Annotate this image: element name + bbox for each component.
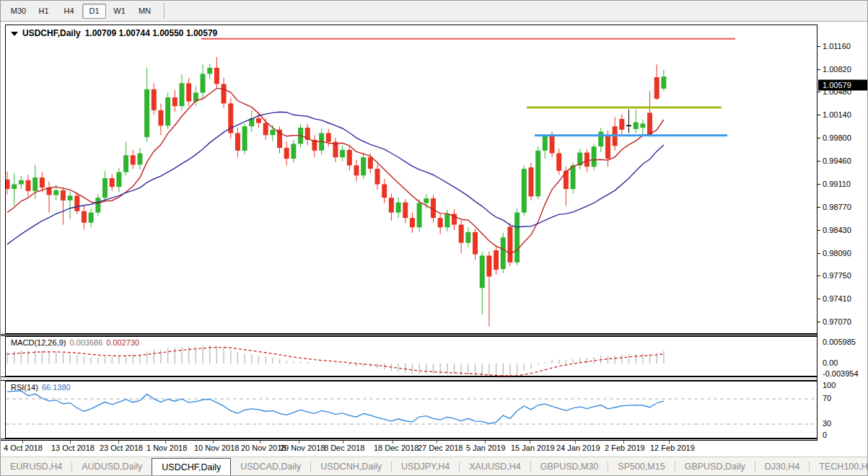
- price-axis-label: 1.00140: [823, 110, 851, 119]
- price-axis-tick: [817, 115, 820, 115]
- candle-body: [347, 150, 352, 165]
- candle-body: [95, 198, 100, 213]
- chart-tab-sp500-m15[interactable]: SP500,M15: [608, 457, 674, 475]
- candle-body: [270, 130, 275, 135]
- candle-body: [116, 172, 121, 188]
- date-axis-tick: [213, 441, 214, 444]
- price-axis-tick: [817, 299, 820, 299]
- candle-body: [53, 190, 58, 195]
- chart-tab-tech100-h1[interactable]: TECH100,H1: [810, 457, 868, 475]
- timeframe-button-h4[interactable]: H4: [57, 4, 81, 19]
- date-axis-tick: [118, 441, 119, 444]
- price-axis-label: 0.97410: [823, 294, 851, 303]
- price-axis-tick: [817, 207, 820, 208]
- candle-body: [368, 157, 373, 169]
- chart-tab-usdcad-daily[interactable]: USDCAD,Daily: [231, 457, 310, 475]
- chart-tab-dj30-h4[interactable]: DJ30,H4: [755, 457, 810, 475]
- ohlc-close: 1.00579: [186, 28, 217, 38]
- price-axis-tick: [817, 138, 820, 138]
- price-axis-tick: [817, 161, 820, 162]
- price-axis-label: 1.01160: [823, 42, 851, 50]
- price-axis-divider: [817, 25, 817, 441]
- chart-tab-usdchf-daily[interactable]: USDCHF,Daily: [152, 458, 231, 475]
- date-axis-label: 10 Nov 2018: [194, 444, 239, 452]
- timeframe-button-m30[interactable]: M30: [6, 4, 30, 19]
- candle-body: [172, 97, 177, 106]
- price-axis-tick: [817, 276, 820, 276]
- current-price-badge: 1.00579: [818, 80, 868, 91]
- candle-body: [361, 157, 366, 175]
- price-axis-label: 0.98090: [823, 249, 851, 257]
- date-axis-tick: [485, 441, 486, 444]
- time-axis[interactable]: 4 Oct 201813 Oct 201823 Oct 20181 Nov 20…: [1, 441, 868, 457]
- candle-body: [543, 135, 548, 150]
- chart-tab-gbpusd-daily[interactable]: GBPUSD,Daily: [675, 457, 755, 475]
- timeframe-button-d1[interactable]: D1: [82, 4, 106, 19]
- symbol-label: USDCHF,Daily: [22, 28, 81, 38]
- candle-body: [235, 133, 240, 151]
- candle-body: [598, 132, 603, 147]
- price-chart-pane[interactable]: [5, 25, 817, 334]
- chart-tab-gbpusd-m30[interactable]: GBPUSD,M30: [531, 457, 608, 475]
- candle-body: [326, 133, 331, 142]
- price-axis-label: 1.00820: [823, 65, 851, 74]
- candle-body: [634, 123, 639, 129]
- timeframe-button-mn[interactable]: MN: [133, 4, 157, 19]
- macd-axis-label: 0.00: [823, 358, 838, 367]
- rsi-axis-label: 30: [823, 419, 831, 428]
- rsi-pane[interactable]: [5, 381, 817, 438]
- rsi-chart[interactable]: [6, 382, 817, 439]
- chart-tab-eurusd-h4[interactable]: EURUSD,H4: [1, 457, 71, 475]
- candle-body: [165, 97, 170, 125]
- rsi-axis-label: 70: [823, 394, 831, 402]
- candle-body: [522, 169, 527, 213]
- trading-platform-window: M30H1H4D1W1MN USDCHF,Daily1.00709 1.0074…: [0, 0, 868, 476]
- candle-body: [389, 198, 394, 213]
- date-axis-label: 15 Jan 2019: [511, 444, 555, 452]
- price-axis-tick: [817, 184, 820, 185]
- candle-body: [424, 198, 429, 203]
- date-axis-tick: [165, 441, 166, 444]
- candle-body: [12, 184, 17, 189]
- candle-body: [647, 113, 652, 136]
- candle-body: [214, 68, 219, 84]
- price-axis-tick: [817, 46, 820, 47]
- date-axis-tick: [623, 441, 624, 444]
- timeframe-button-w1[interactable]: W1: [108, 4, 131, 19]
- candle-body: [605, 135, 610, 159]
- candle-body: [514, 213, 520, 263]
- price-axis-tick: [817, 92, 820, 92]
- rsi-axis-label: 100: [823, 381, 836, 389]
- candle-body: [564, 171, 569, 189]
- candle-body: [6, 180, 10, 189]
- candle-body: [438, 218, 443, 227]
- date-axis-tick: [260, 441, 260, 444]
- date-axis-label: 13 Oct 2018: [51, 444, 95, 452]
- date-axis-tick: [669, 441, 670, 444]
- candle-body: [137, 154, 142, 165]
- date-axis-label: 5 Jan 2019: [466, 444, 505, 452]
- candle-body: [507, 226, 512, 262]
- date-axis-label: 1 Nov 2018: [146, 444, 187, 452]
- timeframe-button-h1[interactable]: H1: [32, 4, 56, 19]
- chart-title[interactable]: USDCHF,Daily1.00709 1.00744 1.00550 1.00…: [11, 28, 217, 38]
- price-axis-label: 0.97070: [823, 317, 851, 326]
- candle-body: [640, 123, 645, 128]
- candlestick-chart[interactable]: [6, 25, 817, 335]
- candle-body: [459, 224, 464, 242]
- timeframe-toolbar: M30H1H4D1W1MN: [1, 1, 868, 22]
- candle-body: [556, 154, 561, 171]
- macd-value-main: 0.003686: [69, 338, 102, 347]
- chart-tab-usdcnh-daily[interactable]: USDCNH,Daily: [311, 457, 391, 475]
- candle-body: [180, 83, 185, 106]
- chart-tab-usdjpy-h4[interactable]: USDJPY,H4: [392, 457, 459, 475]
- chart-tab-audusd-daily[interactable]: AUDUSD,Daily: [72, 457, 152, 475]
- symbol-dropdown-icon[interactable]: [11, 32, 18, 36]
- date-axis-label: 24 Jan 2019: [556, 444, 600, 452]
- chart-tab-bar: EURUSD,H4AUDUSD,DailyUSDCHF,DailyUSDCAD,…: [1, 457, 868, 476]
- chart-tab-xauusd-h4[interactable]: XAUUSD,H4: [460, 457, 530, 475]
- candle-body: [61, 190, 66, 200]
- candle-body: [242, 126, 247, 151]
- candle-body: [403, 203, 408, 218]
- candle-body: [152, 89, 157, 110]
